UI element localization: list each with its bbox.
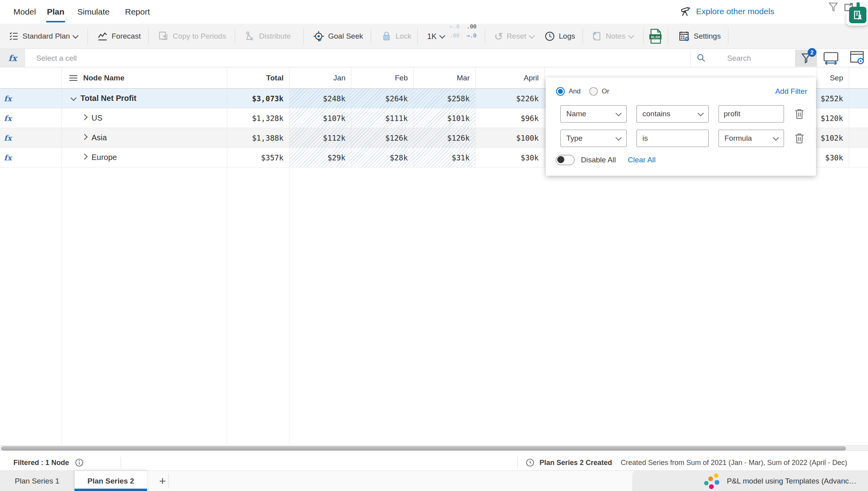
add-sheet-button[interactable]: + — [155, 471, 170, 491]
total-cell[interactable]: $1,328k — [227, 108, 289, 128]
delete-filter-button[interactable] — [794, 108, 805, 119]
node-name-header[interactable]: Node Name — [62, 67, 227, 89]
lock-button[interactable]: Lock — [381, 24, 411, 49]
filter-value-select[interactable]: Formula — [719, 130, 784, 147]
filter-button[interactable]: 2 — [795, 50, 817, 67]
disable-all-label: Disable All — [581, 156, 616, 164]
formula-bar: fx 2 — [0, 49, 868, 67]
jan-cell[interactable]: $112k — [289, 128, 351, 148]
sep-cell[interactable]: $252k — [817, 89, 849, 108]
fx-icon: fx — [0, 49, 25, 67]
total-cell[interactable]: $357k — [227, 148, 289, 167]
mar-cell[interactable]: $31k — [414, 148, 476, 167]
disable-all-toggle[interactable] — [556, 155, 575, 165]
tab-plan-series-2[interactable]: Plan Series 2 — [75, 471, 147, 491]
total-cell[interactable]: $1,388k — [227, 128, 289, 148]
partial-cell — [849, 108, 868, 128]
april-cell[interactable]: $30k — [476, 148, 545, 167]
horizontal-scrollbar[interactable] — [0, 445, 868, 451]
distribute-button[interactable]: Distribute — [245, 24, 291, 49]
notes-dropdown[interactable]: Notes — [591, 24, 633, 49]
sep-column-header[interactable]: Sep — [817, 67, 849, 89]
mar-cell[interactable]: $258k — [414, 89, 476, 108]
export-xlsx-button[interactable]: XLSX — [649, 24, 662, 49]
row-fx-button[interactable]: fx — [0, 89, 62, 108]
add-filter-link[interactable]: Add Filter — [775, 87, 807, 96]
corner-funnel-icon[interactable] — [826, 0, 841, 15]
mar-column-header[interactable]: Mar — [414, 67, 476, 89]
row-fx-button[interactable]: fx — [0, 128, 62, 148]
node-name-cell[interactable]: Asia — [62, 128, 227, 148]
filter-field-select[interactable]: Name — [560, 105, 627, 123]
units-dropdown[interactable]: 1K — [427, 24, 444, 49]
column-width-button[interactable] — [823, 51, 839, 65]
chevron-right-icon[interactable] — [82, 134, 88, 140]
tab-plan-series-1[interactable]: Plan Series 1 — [0, 471, 75, 491]
delete-filter-button[interactable] — [794, 133, 805, 144]
hamburger-icon[interactable] — [69, 74, 78, 82]
filter-field-select[interactable]: Type — [560, 130, 627, 147]
increase-decimal-button[interactable]: ←.0 .00 — [450, 24, 459, 49]
chevron-right-icon[interactable] — [82, 154, 88, 160]
april-column-header[interactable]: April — [476, 67, 545, 89]
feb-cell[interactable]: $264k — [351, 89, 414, 108]
node-name-cell[interactable]: Total Net Profit — [62, 89, 227, 108]
jan-cell[interactable]: $248k — [289, 89, 351, 108]
total-cell[interactable]: $3,073k — [227, 89, 289, 108]
logs-button[interactable]: Logs — [544, 24, 575, 49]
row-fx-button[interactable]: fx — [0, 148, 62, 167]
feb-cell[interactable]: $28k — [351, 148, 414, 167]
note-add-icon — [591, 31, 602, 42]
grid-settings-button[interactable] — [849, 50, 865, 65]
menu-plan[interactable]: Plan — [47, 0, 64, 24]
event-title: Plan Series 2 Created — [539, 459, 612, 467]
april-cell[interactable]: $226k — [476, 89, 545, 108]
row-fx-button[interactable]: fx — [0, 108, 62, 128]
april-cell[interactable]: $100k — [476, 128, 545, 148]
filter-operator-box[interactable]: is — [637, 130, 709, 147]
menu-simulate[interactable]: Simulate — [77, 0, 110, 24]
sep-cell[interactable]: $120k — [817, 108, 849, 128]
reset-button[interactable]: ↺ Reset — [494, 24, 534, 49]
april-cell[interactable]: $96k — [476, 108, 545, 128]
radio-unselected-icon[interactable] — [589, 87, 598, 96]
total-column-header[interactable]: Total — [227, 67, 289, 89]
filter-operator-select[interactable]: contains — [637, 105, 709, 123]
and-radio[interactable]: And — [556, 87, 581, 96]
search-input[interactable] — [726, 51, 803, 65]
chevron-down-icon[interactable] — [71, 95, 77, 101]
menu-model[interactable]: Model — [13, 0, 36, 24]
scrollbar-thumb[interactable] — [1, 446, 846, 450]
partial-cell — [849, 89, 868, 108]
feb-cell[interactable]: $126k — [351, 128, 414, 148]
feb-cell[interactable]: $111k — [351, 108, 414, 128]
formula-input[interactable] — [35, 51, 668, 65]
feb-column-header[interactable]: Feb — [351, 67, 414, 89]
sep-cell[interactable]: $30k — [817, 148, 849, 167]
distribute-icon — [245, 31, 256, 42]
menu-report[interactable]: Report — [125, 0, 150, 24]
explore-other-models-link[interactable]: Explore other models — [679, 6, 774, 17]
clear-all-link[interactable]: Clear All — [628, 156, 656, 164]
node-name-cell[interactable]: US — [62, 108, 227, 128]
mar-cell[interactable]: $101k — [414, 108, 476, 128]
info-icon[interactable] — [75, 458, 84, 467]
certificate-app-icon[interactable] — [849, 7, 866, 23]
filter-value-input[interactable] — [719, 105, 784, 123]
model-name-block[interactable]: P&L model using Templates (Advanc… — [632, 471, 868, 491]
node-name-cell[interactable]: Europe — [62, 148, 227, 167]
or-radio[interactable]: Or — [589, 87, 609, 96]
settings-button[interactable]: Settings — [678, 24, 721, 49]
decrease-decimal-button[interactable]: .00 →.0 — [467, 24, 476, 49]
standard-plan-dropdown[interactable]: Standard Plan — [9, 24, 78, 49]
jan-cell[interactable]: $107k — [289, 108, 351, 128]
chevron-right-icon[interactable] — [82, 114, 88, 121]
mar-cell[interactable]: $126k — [414, 128, 476, 148]
goal-seek-button[interactable]: Goal Seek — [313, 24, 363, 49]
forecast-button[interactable]: Forecast — [97, 24, 141, 49]
sep-cell[interactable]: $102k — [817, 128, 849, 148]
copy-to-periods-button[interactable]: Copy to Periods — [158, 24, 226, 49]
radio-selected-icon[interactable] — [556, 87, 565, 96]
jan-column-header[interactable]: Jan — [289, 67, 351, 89]
jan-cell[interactable]: $29k — [289, 148, 351, 167]
